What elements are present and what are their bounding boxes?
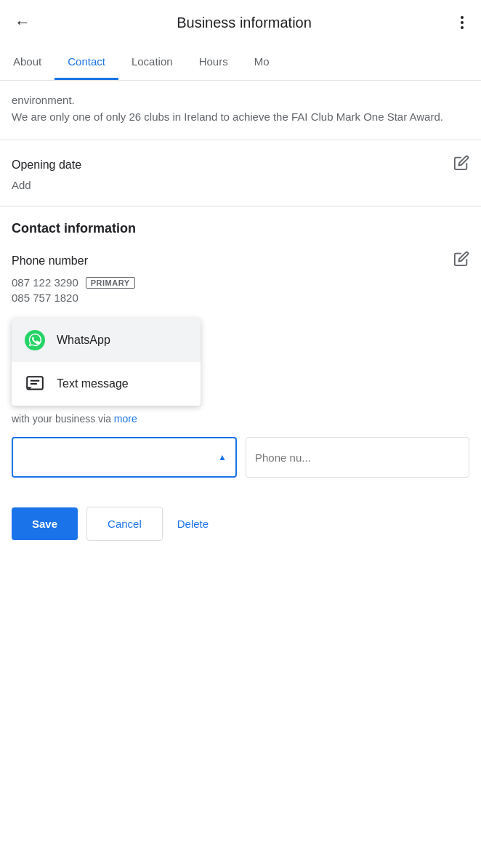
- description-text2: We are only one of only 26 clubs in Irel…: [12, 110, 443, 123]
- description-block: environment. We are only one of only 26 …: [0, 81, 481, 140]
- tab-location[interactable]: Location: [118, 45, 186, 80]
- helper-text: with your business via more: [12, 411, 469, 427]
- main-content: environment. We are only one of only 26 …: [0, 81, 481, 478]
- phone-number-input[interactable]: [246, 437, 469, 478]
- header: ← Business information: [0, 0, 481, 45]
- dropdown-section: WhatsApp Text message with your business…: [0, 318, 481, 427]
- type-select[interactable]: ▲: [12, 437, 237, 478]
- contact-info-section: Contact information Phone number 087 122…: [0, 206, 481, 313]
- delete-button[interactable]: Delete: [171, 507, 214, 540]
- opening-date-row: Opening date: [12, 155, 469, 174]
- cancel-button[interactable]: Cancel: [86, 507, 163, 541]
- dropdown-item-whatsapp[interactable]: WhatsApp: [12, 318, 201, 362]
- back-button[interactable]: ←: [12, 10, 33, 35]
- primary-phone-number: 087 122 3290: [12, 276, 78, 289]
- whatsapp-label: WhatsApp: [57, 334, 110, 347]
- helper-more-link[interactable]: more: [114, 413, 137, 425]
- phone-number-block: Phone number 087 122 3290 PRIMARY 085 75…: [12, 251, 469, 304]
- opening-date-edit-icon[interactable]: [453, 155, 469, 174]
- tab-about[interactable]: About: [0, 45, 54, 80]
- more-dot-1: [461, 16, 464, 19]
- action-bar: Save Cancel Delete: [0, 492, 481, 558]
- opening-date-section: Opening date Add: [0, 140, 481, 206]
- tab-more[interactable]: Mo: [241, 45, 283, 80]
- more-menu-button[interactable]: [455, 13, 469, 32]
- opening-date-value: Add: [12, 179, 469, 191]
- phone-numbers: 087 122 3290 PRIMARY 085 757 1820: [12, 276, 469, 304]
- primary-badge: PRIMARY: [86, 277, 135, 289]
- opening-date-label: Opening date: [12, 158, 81, 172]
- text-message-icon: [25, 374, 45, 394]
- dropdown-popup: WhatsApp Text message: [12, 318, 201, 406]
- description-text1: environment.: [12, 94, 75, 106]
- more-dot-3: [461, 26, 464, 29]
- phone-label: Phone number: [12, 254, 88, 268]
- save-button[interactable]: Save: [12, 507, 78, 540]
- tab-hours[interactable]: Hours: [186, 45, 241, 80]
- whatsapp-icon: [25, 330, 45, 350]
- tab-contact[interactable]: Contact: [54, 45, 118, 80]
- input-row: ▲: [0, 437, 481, 478]
- helper-text-prefix: with your business via: [12, 413, 111, 425]
- tab-bar: About Contact Location Hours Mo: [0, 45, 481, 81]
- phone-row: Phone number: [12, 251, 469, 270]
- text-message-label: Text message: [57, 377, 129, 390]
- dropdown-item-text-message[interactable]: Text message: [12, 362, 201, 406]
- phone-edit-icon[interactable]: [453, 251, 469, 270]
- select-arrow-icon: ▲: [218, 452, 227, 462]
- phone-primary-row: 087 122 3290 PRIMARY: [12, 276, 469, 289]
- page-title: Business information: [177, 15, 312, 31]
- secondary-phone-number: 085 757 1820: [12, 292, 469, 304]
- svg-point-0: [25, 330, 45, 350]
- more-dot-2: [461, 21, 464, 24]
- contact-heading: Contact information: [12, 221, 469, 236]
